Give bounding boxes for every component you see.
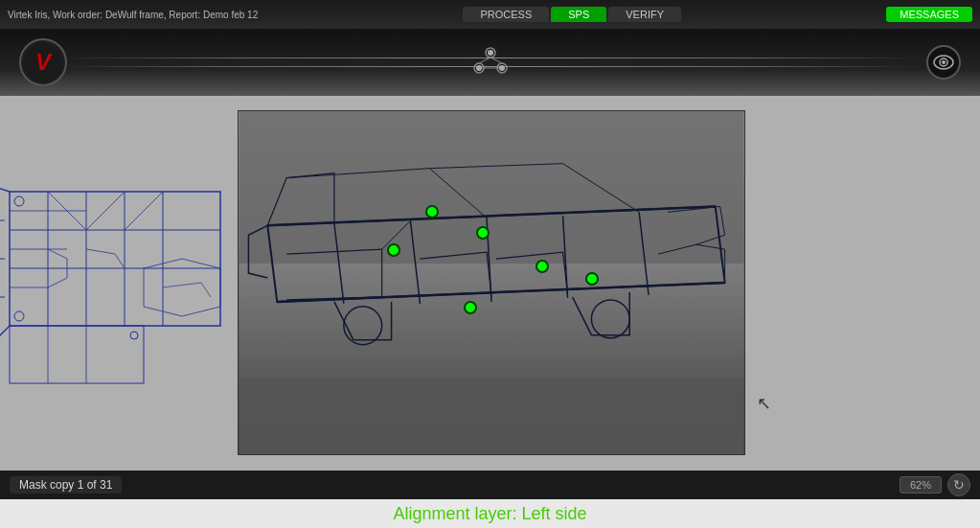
eye-svg [933,55,954,70]
frame-overlay-svg [239,111,744,454]
top-bar: Virtek Iris, Work order: DeWulf frame, R… [0,0,980,29]
logo-center [59,54,922,71]
eye-icon[interactable] [926,45,961,80]
tab-process[interactable]: PROCESS [463,7,549,22]
svg-line-23 [0,187,10,192]
logo-v: V [35,49,51,76]
svg-point-6 [488,50,493,56]
svg-point-32 [14,311,24,321]
svg-rect-28 [10,326,144,383]
cursor-indicator: ↖ [757,393,771,414]
logo-icon: V [19,38,67,86]
svg-line-3 [479,57,490,63]
cad-drawing [0,172,249,441]
logo-bar: V [0,29,980,96]
green-dot-2 [476,226,490,240]
green-dot-3 [387,243,400,257]
green-dot-1 [425,205,439,218]
messages-button[interactable]: MESSAGES [886,7,972,22]
image-background [239,111,744,454]
app-title-area: Virtek Iris, Work order: DeWulf frame, R… [8,10,258,20]
status-controls: 62% ↻ [900,473,970,496]
svg-rect-38 [239,111,743,264]
refresh-button[interactable]: ↻ [947,473,970,496]
main-content: ↖ [0,96,980,471]
svg-line-27 [125,192,163,230]
tab-verify[interactable]: VERIFY [608,7,681,22]
svg-line-26 [86,192,125,230]
green-dot-5 [464,301,477,314]
app-title: Virtek Iris, Work order: DeWulf frame, R… [8,10,258,20]
svg-line-4 [490,57,502,63]
svg-point-31 [14,196,24,206]
alignment-bar: Alignment layer: Left side [0,499,980,528]
status-bar: Mask copy 1 of 31 62% ↻ [0,471,980,499]
svg-point-8 [499,65,505,71]
svg-line-24 [0,326,10,340]
cad-overlay [0,96,249,471]
nav-tabs: PROCESS SPS VERIFY [463,7,681,22]
svg-rect-39 [239,378,743,454]
center-graph-icon [471,41,510,80]
svg-point-33 [130,332,138,339]
svg-point-11 [942,60,946,64]
mask-label: Mask copy 1 of 31 [10,476,122,494]
green-dot-6 [585,272,599,286]
tab-sps[interactable]: SPS [551,7,606,22]
zoom-button[interactable]: 62% [900,476,942,494]
alignment-label: Alignment layer: Left side [393,504,586,524]
svg-rect-12 [10,192,220,326]
green-dot-4 [536,260,549,273]
svg-point-7 [476,65,482,71]
main-image-container [238,110,745,455]
